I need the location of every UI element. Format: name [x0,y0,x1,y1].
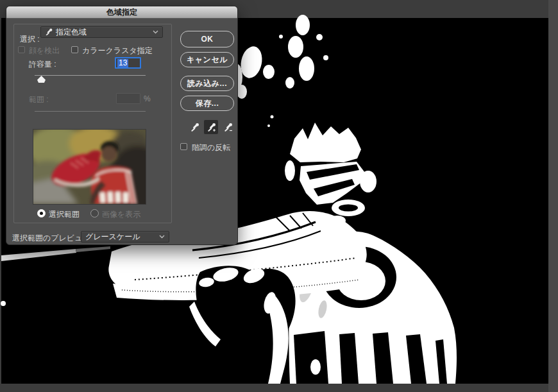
detect-faces-label: 顔を検出 [29,46,60,56]
range-slider [35,111,146,112]
eyedropper-minus-icon [223,123,233,132]
range-unit: % [144,94,151,103]
radio-selection[interactable] [37,209,46,217]
load-button[interactable]: 読み込み... [180,76,234,91]
color-range-dialog: 色域指定 選択 : 指定色域 顔を検出 カラークラスタ指定 許容量 : 13 範… [6,6,238,245]
invert-checkbox[interactable] [180,143,187,150]
radio-selection-label: 選択範囲 [49,209,80,220]
eyedropper-plus-icon [207,123,216,132]
color-clusters-checkbox[interactable] [71,46,78,53]
eyedropper-minus-button[interactable] [221,120,235,134]
photoshop-workspace: { "colors": { "chrome": "#3c3c3c", "dial… [0,0,558,392]
selection-preview-value: グレースケール [85,232,140,243]
select-value: 指定色域 [56,27,87,38]
radio-image[interactable] [90,209,99,217]
eyedropper-icon [190,123,199,132]
eyedropper-plus-button[interactable] [204,120,218,134]
radio-image-label: 画像を表示 [102,209,140,220]
dialog-title: 色域指定 [106,7,137,18]
color-clusters-label: カラークラスタ指定 [82,46,153,56]
chevron-down-icon [153,30,158,34]
eyedropper-button[interactable] [187,120,201,134]
selection-preview-dropdown[interactable]: グレースケール [81,231,169,243]
invert-label: 階調の反転 [192,142,230,153]
dialog-titlebar[interactable]: 色域指定 [6,6,237,19]
range-label: 範囲 : [29,94,49,105]
eyedropper-icon [45,28,53,36]
fuzziness-label: 許容量 : [29,59,56,70]
detect-faces-checkbox[interactable] [18,46,25,53]
preview-thumbnail[interactable] [33,129,146,205]
fuzziness-input[interactable]: 13 [115,57,141,69]
select-dropdown[interactable]: 指定色域 [40,26,163,38]
save-button[interactable]: 保存... [180,96,234,111]
fuzziness-value: 13 [117,59,128,67]
range-input [116,93,140,104]
chevron-down-icon [159,235,165,239]
select-label: 選択 : [20,34,40,45]
ok-button[interactable]: OK [180,31,234,47]
cancel-button[interactable]: キャンセル [180,52,234,67]
fuzziness-slider[interactable] [35,75,146,76]
